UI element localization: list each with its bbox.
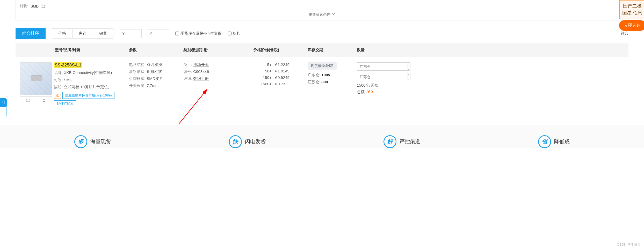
qty-stepper-guangdong[interactable]: ↑ ↓: [408, 62, 410, 71]
price-tier-3: 150+:￥0.9249: [253, 75, 308, 80]
category-type: 类目: 滑动开关: [183, 62, 253, 67]
more-filter-label: 更多筛选条件: [309, 12, 330, 17]
svg-rect-0: [26, 99, 28, 101]
tag-jlc-promo[interactable]: 嘉立创贴片惊喜价格(库存1089): [62, 92, 114, 99]
tag-smt-extended[interactable]: SMT扩展库: [54, 100, 76, 107]
product-tags: 返 嘉立创贴片惊喜价格(库存1089) SMT扩展库: [54, 92, 126, 107]
match-count-label: 符合: [621, 31, 628, 36]
product-price-column: 5+:￥1.2249 50+:￥1.0149 150+:￥0.9249 1500…: [253, 62, 308, 107]
filter-row-package: 封装: SMD (1): [20, 3, 624, 10]
product-description: 描述: 立式两档,10脚贴片带定位,...: [54, 84, 126, 89]
product-image-column: [16, 62, 54, 107]
product-qty-column: ↑ ↓ ↑ ↓ 1500个/圆盘 总额: ￥0: [357, 62, 628, 107]
float-left-line: [6, 106, 6, 116]
checkbox-stock-4h[interactable]: 现货库存最快4小时发货: [175, 31, 221, 36]
help-icon: 问: [2, 100, 5, 104]
category-code: 编号: C908449: [183, 69, 253, 74]
pack-info: 1500个/圆盘: [357, 83, 628, 88]
svg-rect-1: [28, 99, 29, 101]
feature-low-cost: 省 降低成: [538, 135, 570, 148]
price-range-filter: -: [120, 29, 169, 38]
float-help-button[interactable]: 问: [0, 98, 7, 107]
checkbox-stock-4h-label: 现货库存最快4小时发货: [180, 31, 221, 36]
chevron-down-icon: [331, 12, 336, 17]
checkbox-discount-input[interactable]: [228, 32, 231, 35]
category-type-link[interactable]: 滑动开关: [193, 62, 209, 67]
feature-icon-1: 多: [74, 135, 87, 148]
product-image-actions: [20, 96, 52, 104]
sort-by-sales[interactable]: 销量: [93, 29, 113, 38]
feature-text-2: 闪电发货: [245, 138, 266, 145]
qty-picker-guangdong: ↑ ↓: [357, 62, 396, 71]
promo-buy-button[interactable]: 立即选购: [619, 20, 644, 31]
feature-text-4: 降低成: [554, 138, 570, 145]
feature-text-1: 海量现货: [90, 138, 111, 145]
param-slider-shape: 滑钮形状: 矩形柱状: [129, 69, 183, 74]
feature-massive-stock: 多 海量现货: [74, 135, 111, 148]
filter-package-value[interactable]: SMD: [31, 4, 39, 8]
promo-text-box: 国产二极 国星 伯恩: [619, 0, 644, 19]
price-tier-4: 1500+:￥0.73: [253, 82, 308, 87]
footer-features: 多 海量现货 快 闪电发货 好 严控渠道 省 降低成: [0, 125, 644, 148]
product-category-column: 类目: 滑动开关 编号: C908449 详细: 数据手册: [183, 62, 253, 107]
sort-by-price[interactable]: 价格: [52, 29, 73, 38]
datasheet-link[interactable]: 数据手册: [193, 76, 209, 81]
sort-bar: 综合排序 价格 库存 销量 - 现货库存最快4小时发货 折扣 符合: [16, 28, 628, 39]
sort-by-stock[interactable]: 库存: [73, 29, 93, 38]
stock-guangdong: 广东仓: 1085: [308, 73, 357, 78]
th-params: 参数: [129, 48, 183, 52]
qty-input-guangdong[interactable]: [357, 62, 408, 71]
feature-icon-2: 快: [229, 135, 242, 148]
more-filter-toggle[interactable]: 更多筛选条件: [20, 10, 624, 19]
price-max-input[interactable]: [147, 29, 169, 38]
total-row: 总额: ￥0: [357, 89, 628, 94]
checkbox-stock-4h-input[interactable]: [175, 32, 179, 35]
param-pin-style: 引脚样式: SMD接片: [129, 76, 183, 81]
th-category: 类别/数据手册: [183, 48, 253, 52]
product-params-column: 电路结构: 双刀双掷 滑钮形状: 矩形柱状 引脚样式: SMD接片 开关长度: …: [129, 62, 183, 107]
qty-stepper-jiangsu[interactable]: ↑ ↓: [408, 73, 410, 81]
th-model: 型号/品牌/封装: [54, 48, 129, 52]
tag-return[interactable]: 返: [54, 92, 61, 99]
sort-links-group: 价格 库存 销量: [52, 28, 113, 39]
price-range-separator: -: [144, 32, 145, 36]
qty-picker-jiangsu: ↑ ↓: [357, 73, 396, 81]
product-row: SS-2258S-L1 品牌: XKB Connectivity(中国星坤) 封…: [16, 57, 628, 112]
product-package: 封装: SMD: [54, 77, 126, 82]
feature-text-3: 严控渠道: [400, 138, 420, 145]
feature-icon-4: 省: [538, 135, 551, 148]
stock-jiangsu: 江苏仓: 890: [308, 80, 357, 85]
favorite-button[interactable]: [36, 97, 52, 104]
category-detail: 详细: 数据手册: [183, 76, 253, 81]
promo-line-2: 国星 伯恩: [621, 10, 643, 17]
badge-4h-shipping: 现货最快4H发: [308, 62, 337, 70]
qty-input-jiangsu[interactable]: [357, 73, 408, 81]
th-stock: 库存交期: [308, 48, 357, 52]
filter-package-count: (1): [41, 4, 45, 8]
product-stock-column: 现货最快4H发 广东仓: 1085 江苏仓: 890: [308, 62, 357, 107]
th-qty: 数量: [357, 48, 628, 52]
svg-marker-2: [42, 99, 46, 102]
price-min-input[interactable]: [120, 29, 142, 38]
checkbox-discount-label: 折扣: [233, 31, 241, 36]
product-image[interactable]: [20, 62, 52, 95]
compare-button[interactable]: [20, 97, 36, 104]
product-model-link[interactable]: SS-2258S-L1: [54, 62, 82, 68]
feature-fast-ship: 快 闪电发货: [229, 135, 266, 148]
float-promo-box: 国产二极 国星 伯恩 立即选购: [619, 0, 644, 31]
checkbox-discount[interactable]: 折扣: [228, 31, 241, 36]
product-model-column: SS-2258S-L1 品牌: XKB Connectivity(中国星坤) 封…: [54, 62, 129, 107]
price-tier-2: 50+:￥1.0149: [253, 69, 308, 74]
feature-icon-3: 好: [383, 135, 396, 148]
filter-package-label: 封装:: [20, 4, 28, 9]
feature-quality: 好 严控渠道: [383, 135, 420, 148]
sort-default-button[interactable]: 综合排序: [16, 28, 46, 39]
th-price: 价格阶梯(含税): [253, 48, 308, 52]
product-brand: 品牌: XKB Connectivity(中国星坤): [54, 70, 126, 75]
promo-line-1: 国产二极: [621, 3, 643, 10]
param-circuit: 电路结构: 双刀双掷: [129, 62, 183, 67]
table-header: 型号/品牌/封装 参数 类别/数据手册 价格阶梯(含税) 库存交期 数量: [16, 43, 628, 57]
filter-section: 封装: SMD (1) 更多筛选条件: [16, 0, 628, 20]
price-tier-1: 5+:￥1.2249: [253, 62, 308, 67]
param-switch-length: 开关长度: 7.7mm: [129, 83, 183, 88]
